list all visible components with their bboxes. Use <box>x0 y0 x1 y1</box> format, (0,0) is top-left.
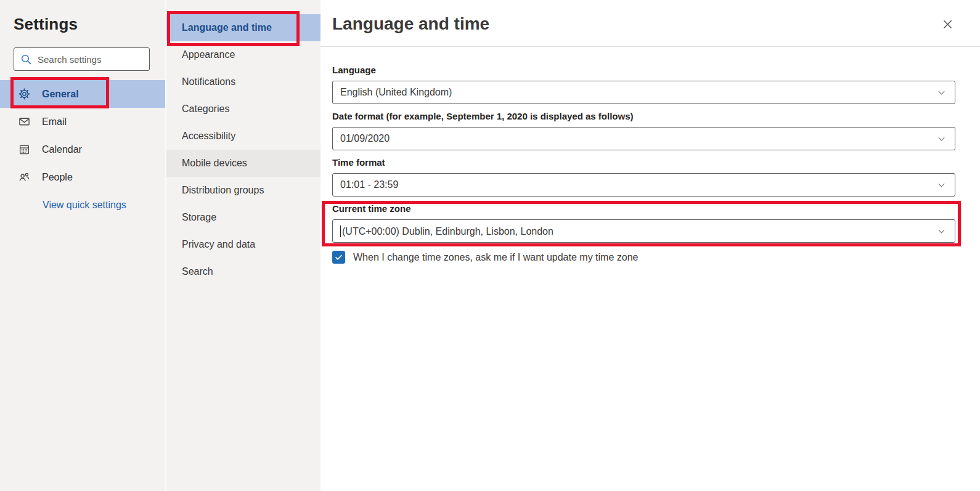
category-label: Mobile devices <box>182 158 247 169</box>
category-accessibility[interactable]: Accessibility <box>166 123 321 150</box>
category-list: Language and time Appearance Notificatio… <box>165 0 321 491</box>
timezone-ask-label: When I change time zones, ask me if I wa… <box>353 252 638 263</box>
category-label: Notifications <box>182 76 235 87</box>
language-dropdown[interactable]: English (United Kingdom) <box>332 81 955 104</box>
sidebar-item-people[interactable]: People <box>0 163 165 191</box>
sidebar-item-label: People <box>42 172 73 183</box>
current-time-zone-label: Current time zone <box>332 203 955 214</box>
sidebar-item-label: General <box>42 89 79 100</box>
people-icon <box>18 171 30 183</box>
category-label: Language and time <box>182 22 272 33</box>
envelope-icon <box>18 116 30 128</box>
chevron-down-icon <box>937 88 946 97</box>
time-format-label: Time format <box>332 157 955 168</box>
category-label: Accessibility <box>182 131 235 142</box>
time-format-dropdown-value: 01:01 - 23:59 <box>340 179 937 190</box>
date-format-dropdown[interactable]: 01/09/2020 <box>332 127 955 150</box>
settings-window: Settings <box>0 0 980 491</box>
time-format-dropdown[interactable]: 01:01 - 23:59 <box>332 173 955 197</box>
checkmark-icon <box>334 253 343 262</box>
category-search[interactable]: Search <box>166 258 321 285</box>
sidebar-item-label: Email <box>42 116 67 128</box>
calendar-icon <box>18 144 30 155</box>
panel-title: Language and time <box>332 0 980 34</box>
category-label: Storage <box>182 212 216 223</box>
panel-header: Language and time <box>321 0 980 47</box>
category-distribution-groups[interactable]: Distribution groups <box>166 177 321 204</box>
sidebar-item-email[interactable]: Email <box>0 108 165 136</box>
timezone-ask-row: When I change time zones, ask me if I wa… <box>332 251 955 264</box>
language-label: Language <box>332 65 955 75</box>
category-notifications[interactable]: Notifications <box>166 68 321 95</box>
category-label: Search <box>182 266 213 277</box>
close-button[interactable] <box>939 16 955 32</box>
view-quick-settings-link[interactable]: View quick settings <box>43 200 126 211</box>
sidebar-item-calendar[interactable]: Calendar <box>0 136 165 163</box>
date-format-label: Date format (for example, September 1, 2… <box>332 111 955 121</box>
category-categories[interactable]: Categories <box>166 95 321 123</box>
category-appearance[interactable]: Appearance <box>166 41 321 68</box>
sidebar-item-general[interactable]: General <box>0 80 165 108</box>
close-icon <box>942 18 953 30</box>
search-input[interactable] <box>38 54 143 65</box>
category-language-and-time[interactable]: Language and time <box>166 14 321 41</box>
current-time-zone-dropdown[interactable]: (UTC+00:00) Dublin, Edinburgh, Lisbon, L… <box>332 219 955 243</box>
sidebar-item-label: Calendar <box>42 144 82 155</box>
category-label: Privacy and data <box>182 239 255 250</box>
gear-icon <box>18 88 30 100</box>
settings-sidebar: Settings <box>0 0 165 491</box>
panel-body: Language English (United Kingdom) Date f… <box>321 65 980 264</box>
chevron-down-icon <box>937 134 946 144</box>
chevron-down-icon <box>937 227 946 236</box>
date-format-dropdown-value: 01/09/2020 <box>340 133 937 144</box>
category-storage[interactable]: Storage <box>166 204 321 231</box>
sidebar-nav: General Email <box>0 80 165 191</box>
current-time-zone-dropdown-value: (UTC+00:00) Dublin, Edinburgh, Lisbon, L… <box>340 225 937 237</box>
category-mobile-devices[interactable]: Mobile devices <box>166 150 321 177</box>
language-and-time-panel: Language and time Language English (Unit… <box>321 0 980 491</box>
settings-title: Settings <box>14 15 165 34</box>
language-dropdown-value: English (United Kingdom) <box>340 87 937 98</box>
category-label: Appearance <box>182 49 235 60</box>
settings-search-box[interactable] <box>14 47 150 71</box>
chevron-down-icon <box>937 181 946 190</box>
category-label: Distribution groups <box>182 185 264 196</box>
text-cursor <box>340 225 341 237</box>
search-icon <box>20 54 32 65</box>
category-privacy-and-data[interactable]: Privacy and data <box>166 231 321 258</box>
timezone-ask-checkbox[interactable] <box>332 251 345 264</box>
category-label: Categories <box>182 103 229 115</box>
